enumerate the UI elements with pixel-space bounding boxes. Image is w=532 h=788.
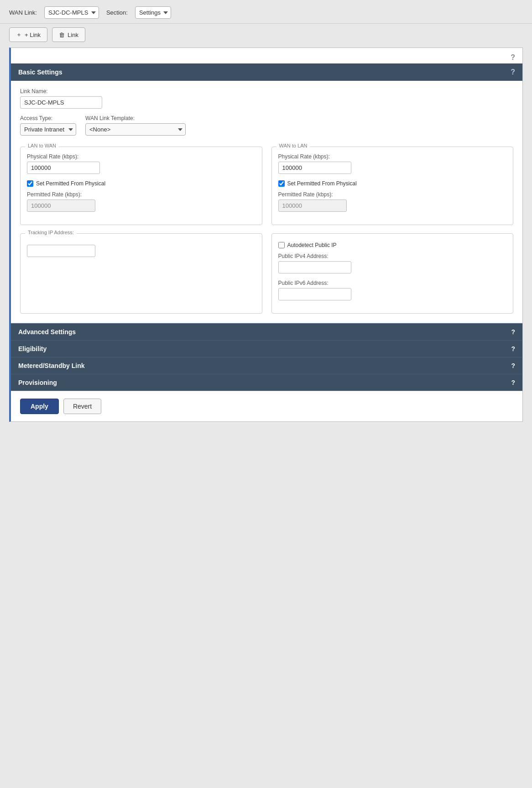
tracking-ip-field [27,245,256,257]
lan-permitted-rate-label: Permitted Rate (kbps): [27,191,256,198]
access-type-label: Access Type: [20,115,76,121]
basic-settings-help[interactable]: ? [511,68,515,76]
revert-button[interactable]: Revert [63,399,101,414]
wan-permitted-rate-input[interactable] [278,200,347,212]
link-name-label: Link Name: [20,88,513,95]
link-name-input[interactable] [20,96,102,109]
public-ipv4-input[interactable] [278,261,351,273]
footer-buttons: Apply Revert [11,391,522,421]
public-ipv6-label: Public IPv6 Address: [278,280,507,286]
lan-physical-rate-label: Physical Rate (kbps): [27,153,256,160]
autodetect-label: Autodetect Public IP [287,242,337,248]
lan-set-permitted-label: Set Permitted From Physical [36,180,105,187]
autodetect-checkbox[interactable] [278,242,285,248]
lan-physical-rate-input[interactable] [27,162,100,174]
lan-permitted-rate-input[interactable] [27,200,95,212]
wan-physical-rate-input[interactable] [278,162,351,174]
toolbar: ＋ + Link 🗑 Link [0,24,532,47]
wan-set-permitted-checkbox[interactable] [278,180,285,187]
tracking-ip-legend: Tracking IP Address: [25,230,77,235]
wan-permitted-rate-group: Permitted Rate (kbps): [278,191,507,212]
advanced-settings-header[interactable]: Advanced Settings ? [11,323,522,340]
wan-to-lan-legend: WAN to LAN [276,143,310,148]
eligibility-help[interactable]: ? [511,345,515,352]
provisioning-help[interactable]: ? [511,379,515,386]
access-template-row: Access Type: Private Intranet WAN Link T… [20,115,513,136]
autodetect-row: Autodetect Public IP [278,242,507,248]
delete-link-button[interactable]: 🗑 Link [52,27,85,42]
public-ipv4-group: Public IPv4 Address: [278,253,507,273]
lan-to-wan-legend: LAN to WAN [25,143,59,148]
top-bar: WAN Link: SJC-DC-MPLS Section: Settings [0,0,532,24]
apply-button[interactable]: Apply [20,399,59,414]
lan-set-permitted-row: Set Permitted From Physical [27,180,256,187]
wan-set-permitted-row: Set Permitted From Physical [278,180,507,187]
wan-template-select[interactable]: <None> [85,123,186,136]
delete-link-label: Link [68,32,78,38]
lan-permitted-rate-group: Permitted Rate (kbps): [27,191,256,212]
section-label: Section: [106,9,128,16]
wan-template-label: WAN Link Template: [85,115,186,121]
wan-link-select[interactable]: SJC-DC-MPLS [44,6,99,19]
main-content: ? Basic Settings ? Link Name: Access Typ… [9,47,523,422]
advanced-settings-help[interactable]: ? [511,328,515,336]
metered-standby-title: Metered/Standby Link [18,362,84,369]
top-help-icon[interactable]: ? [11,48,522,63]
tracking-ip-box: Tracking IP Address: [20,233,262,314]
public-ipv6-group: Public IPv6 Address: [278,280,507,300]
lan-to-wan-box: LAN to WAN Physical Rate (kbps): Set Per… [20,147,262,225]
advanced-settings-title: Advanced Settings [18,328,76,336]
trash-icon: 🗑 [59,32,65,38]
wan-physical-rate-group: Physical Rate (kbps): [278,153,507,174]
access-type-group: Access Type: Private Intranet [20,115,76,136]
lan-set-permitted-checkbox[interactable] [27,180,33,187]
provisioning-title: Provisioning [18,379,57,386]
basic-settings-title: Basic Settings [18,68,62,76]
wan-to-lan-box: WAN to LAN Physical Rate (kbps): Set Per… [271,147,514,225]
public-ipv4-label: Public IPv4 Address: [278,253,507,259]
lan-wan-section: LAN to WAN Physical Rate (kbps): Set Per… [20,142,513,225]
add-link-button[interactable]: ＋ + Link [9,27,47,42]
lan-physical-rate-group: Physical Rate (kbps): [27,153,256,174]
wan-set-permitted-label: Set Permitted From Physical [287,180,357,187]
wan-link-label: WAN Link: [9,9,37,16]
add-link-label: + Link [25,32,41,38]
eligibility-header[interactable]: Eligibility ? [11,340,522,357]
public-ipv6-input[interactable] [278,288,351,300]
eligibility-title: Eligibility [18,345,47,352]
provisioning-header[interactable]: Provisioning ? [11,374,522,391]
tracking-public-section: Tracking IP Address: Autodetect Public I… [20,233,513,314]
wan-permitted-rate-label: Permitted Rate (kbps): [278,191,507,198]
basic-settings-header[interactable]: Basic Settings ? [11,63,522,81]
basic-settings-body: Link Name: Access Type: Private Intranet… [11,81,522,323]
wan-physical-rate-label: Physical Rate (kbps): [278,153,507,160]
metered-standby-help[interactable]: ? [511,362,515,369]
section-select[interactable]: Settings [135,6,171,19]
wan-template-group: WAN Link Template: <None> [85,115,186,136]
tracking-ip-input[interactable] [27,245,95,257]
plus-icon: ＋ [16,31,22,39]
public-ip-box: Autodetect Public IP Public IPv4 Address… [271,233,514,314]
link-name-group: Link Name: [20,88,513,109]
access-type-select[interactable]: Private Intranet [20,123,76,136]
metered-standby-header[interactable]: Metered/Standby Link ? [11,357,522,374]
